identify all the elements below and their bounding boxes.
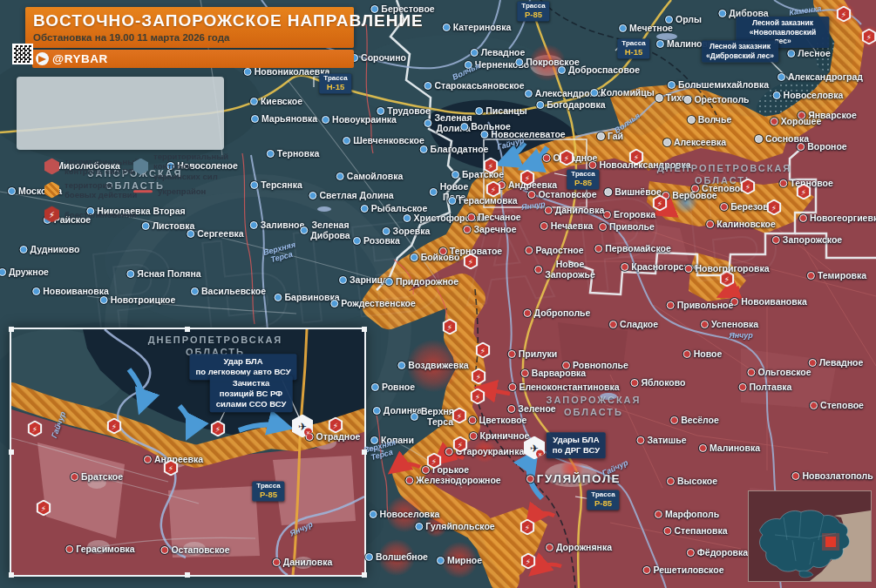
city-label: Братское [71, 471, 123, 482]
river-label: Верхняя Терса [262, 241, 299, 267]
legend-icon [44, 159, 59, 175]
city-label: Первомайское [594, 243, 671, 253]
legend-item: укрепрайон [133, 186, 206, 196]
city-label: Сергеевка [187, 228, 243, 239]
city-label: Нечаевка [540, 220, 594, 231]
road-sign: ТрассаН-15 [617, 38, 649, 58]
city-label: Малиновка [699, 443, 760, 453]
city-label: Орестополь [683, 94, 749, 105]
city-label: Заречное [463, 224, 516, 234]
road-sign: ТрассаР-85 [567, 169, 599, 189]
city-label: Высокое [667, 476, 717, 486]
clash-icon [107, 418, 122, 435]
clash-icon [443, 319, 458, 335]
city-label: Остаповское [527, 189, 596, 199]
city-label: Вишнёвое [604, 186, 662, 197]
city-label: Полтавка [739, 382, 792, 392]
legend-icon [44, 182, 59, 199]
city-label: Алексеевка [663, 137, 726, 147]
city-label: Мирное [437, 555, 482, 565]
city-label: Коломийцы [590, 87, 654, 98]
inset-border-handle [185, 327, 190, 332]
city-label: Новоселовка [773, 90, 844, 100]
region-label: ДНЕПРОПЕТРОВСКАЯ ОБЛАСТЬ [657, 162, 792, 187]
inset-border-handle [362, 327, 367, 332]
city-label: Темировка [807, 270, 866, 280]
river-label: Янчур [521, 200, 547, 213]
city-label: Новоселовка [370, 509, 440, 519]
region-label: ЗАПОРОЖСКАЯ ОБЛАСТЬ [547, 394, 642, 419]
city-label: Прилуки [508, 348, 558, 359]
legend-item: территориальный контроль сил РФ [44, 157, 139, 177]
city-label: Лесное [787, 48, 831, 58]
city-label: Железнодорожное [405, 475, 500, 485]
city-label: Степановка [663, 525, 727, 536]
city-label: Старокасьяновское [424, 80, 524, 91]
city-label: Волчье [688, 114, 732, 125]
city-label: Волшебное [365, 551, 428, 562]
legend-item: территориальный контроль украинских сил [133, 152, 228, 181]
city-label: Гуляйпольское [415, 521, 494, 531]
city-label: Егоровка [603, 209, 655, 220]
header: ВОСТОЧНО-ЗАПОРОЖСКОЕ НАПРАВЛЕНИЕ Обстано… [25, 7, 354, 68]
city-label: Рождественское [330, 298, 416, 308]
situation-map: РЫБАРЬ [0, 0, 876, 588]
city-label: Марьяновка [251, 113, 317, 124]
city-label: Калиновское [706, 219, 776, 229]
city-label: Криничное [470, 430, 530, 441]
road-sign: ТрассаН-15 [319, 73, 351, 93]
city-label: Терновка [267, 148, 319, 159]
city-label: Светлая Долина [309, 190, 393, 200]
legend-panel: территориальный контроль сил РФ территор… [17, 77, 224, 150]
inset-border-handle [9, 449, 14, 455]
clash-icon [472, 368, 486, 385]
city-label: Яблоково [631, 377, 686, 388]
annotation-label: Лесной заказник «Дибровский лес» [702, 40, 778, 62]
city-label: Дудниково [20, 244, 80, 254]
city-label: Новое Запорожье [534, 259, 595, 280]
city-label: Ясная Поляна [126, 268, 200, 279]
city-label: Сорочино [350, 52, 406, 63]
rybar-handle: @RYBAR [52, 52, 108, 65]
city-label: Доброполье [524, 308, 591, 318]
inset-border-handle [362, 572, 367, 578]
title-bar: ВОСТОЧНО-ЗАПОРОЖСКОЕ НАПРАВЛЕНИЕ Обстано… [25, 7, 354, 48]
road-sign: ТрассаР-85 [587, 490, 619, 510]
city-label: Успеновка [701, 319, 758, 329]
city-label: Привольное [667, 300, 734, 310]
page-subtitle: Обстановка на 19.00 11 марта 2026 года [33, 32, 346, 43]
page-title: ВОСТОЧНО-ЗАПОРОЖСКОЕ НАПРАВЛЕНИЕ [33, 11, 346, 30]
city-label: Остаповское [160, 544, 229, 555]
city-label: Герасимовка [448, 195, 517, 206]
city-label: Придорожное [385, 276, 458, 287]
city-label: Доброспасовое [558, 64, 640, 75]
city-label: Запорожское [772, 234, 842, 245]
inset-border-handle [9, 327, 14, 332]
city-label: Песчаное [467, 212, 520, 222]
city-label: Герасимовка [65, 544, 134, 554]
ukraine-minimap [748, 490, 872, 582]
city-label: Левадное [809, 357, 864, 368]
city-label: Фёдоровка [687, 547, 748, 558]
road-sign: ТрассаР-85 [517, 1, 549, 21]
clash-icon [862, 29, 876, 45]
city-label: Катериновка [443, 22, 512, 32]
city-label: Шевченковское [343, 135, 424, 145]
city-label: Варваровка [521, 368, 586, 378]
city-label: Дорожнянка [546, 542, 612, 552]
city-label: Ровное [371, 382, 415, 392]
clash-icon [211, 421, 226, 437]
city-label: Воздвижевка [397, 360, 468, 370]
city-label: Новозлатополь [791, 470, 873, 481]
city-label: Благодатное [420, 144, 489, 154]
telegram-icon [36, 52, 49, 65]
city-label: Отрадное [306, 431, 361, 442]
inset-border-handle [362, 449, 367, 455]
river-label: Верхняя Терса [363, 439, 399, 464]
city-label: Новотроицкое [100, 294, 176, 305]
city-label: Затишье [636, 435, 686, 445]
clash-icon [37, 500, 51, 517]
city-label: Степовое [810, 400, 864, 410]
city-label: Ольговское [747, 367, 811, 377]
city-label: Еленоконстантиновка [508, 382, 619, 392]
